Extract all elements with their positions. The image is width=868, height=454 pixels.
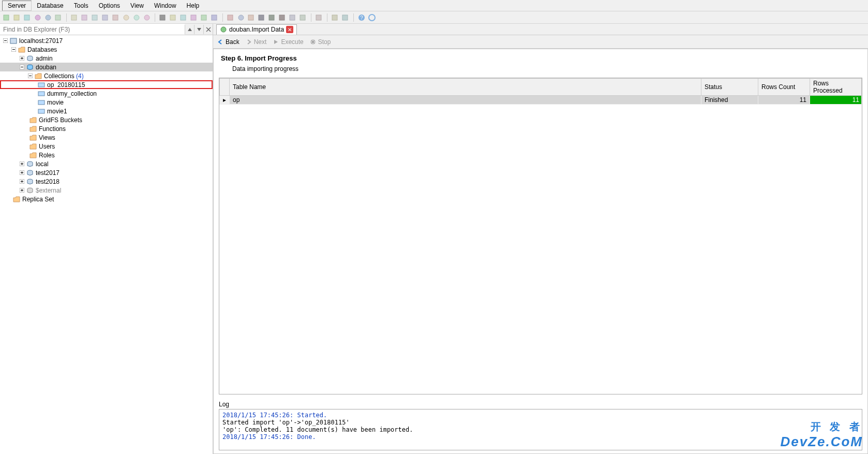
- expander-icon[interactable]: [19, 55, 25, 62]
- progress-bar: 11: [810, 96, 861, 104]
- svg-rect-26: [290, 15, 295, 20]
- nav-back[interactable]: Back: [217, 38, 240, 46]
- tool-icon-26[interactable]: [278, 13, 287, 22]
- tool-icon-25[interactable]: [267, 13, 277, 22]
- tool-icon-28[interactable]: [298, 13, 308, 22]
- expander-icon[interactable]: [19, 170, 25, 176]
- svg-rect-10: [113, 15, 118, 20]
- menu-help[interactable]: Help: [182, 1, 205, 10]
- tool-icon-6[interactable]: [54, 13, 63, 22]
- tree-db-admin[interactable]: admin: [0, 54, 213, 63]
- tool-icon-info[interactable]: [367, 13, 377, 22]
- cell-rows-count: 11: [758, 96, 810, 105]
- table-header-name[interactable]: Table Name: [230, 79, 701, 96]
- tree-collection-movie1[interactable]: movie1: [0, 107, 213, 115]
- tree-label: Replica Set: [22, 196, 54, 203]
- tree-label: Collections: [44, 72, 74, 80]
- tree-label: douban: [36, 64, 56, 71]
- expander-icon[interactable]: [19, 179, 25, 185]
- tree-collections[interactable]: Collections (4): [0, 71, 213, 80]
- close-icon[interactable]: ✕: [286, 26, 293, 33]
- tree-db-test2018[interactable]: test2018: [0, 177, 213, 186]
- wizard-nav: Back Next Execute Stop: [213, 35, 868, 49]
- menu-tools[interactable]: Tools: [69, 1, 94, 10]
- tool-icon-23[interactable]: [247, 13, 256, 22]
- tool-icon-17[interactable]: [179, 13, 188, 22]
- folder-icon: [29, 116, 37, 124]
- tool-icon-help[interactable]: ?: [357, 13, 366, 22]
- tool-icon-7[interactable]: [70, 13, 79, 22]
- svg-rect-8: [92, 15, 97, 20]
- table-header-processed[interactable]: Rows Processed: [810, 79, 862, 96]
- menu-view[interactable]: View: [125, 1, 149, 10]
- tool-sep-4: [311, 13, 311, 22]
- tool-icon-21[interactable]: [226, 13, 235, 22]
- svg-rect-1: [14, 15, 19, 20]
- expander-icon[interactable]: [2, 38, 8, 44]
- tool-icon-29[interactable]: [315, 13, 324, 22]
- tool-icon-13[interactable]: [132, 13, 141, 22]
- tree-db-douban[interactable]: douban: [0, 63, 213, 71]
- tool-icon-2[interactable]: [12, 13, 22, 22]
- tool-icon-11[interactable]: [111, 13, 121, 22]
- tree-db-test2017[interactable]: test2017: [0, 168, 213, 177]
- tool-icon-3[interactable]: [23, 13, 32, 22]
- nav-label: Next: [254, 38, 267, 46]
- svg-rect-24: [269, 15, 274, 20]
- tool-icon-1[interactable]: [2, 13, 11, 22]
- expander-icon[interactable]: [19, 187, 25, 194]
- table-header-rows[interactable]: Rows Count: [758, 79, 810, 96]
- tool-icon-19[interactable]: [200, 13, 209, 22]
- svg-point-21: [238, 15, 244, 20]
- db-tree[interactable]: localhost:27017 Databases admin douban: [0, 35, 213, 454]
- table-row[interactable]: ▸ op Finished 11 11: [220, 96, 862, 105]
- tree-label: movie1: [47, 108, 67, 115]
- tree-db-external[interactable]: $external: [0, 186, 213, 195]
- tool-icon-20[interactable]: [210, 13, 219, 22]
- expander-icon[interactable]: [27, 73, 33, 79]
- tool-icon-16[interactable]: [169, 13, 178, 22]
- menu-server[interactable]: Server: [2, 1, 32, 11]
- tab-import-data[interactable]: douban.Import Data ✕: [216, 24, 297, 35]
- menu-options[interactable]: Options: [94, 1, 125, 10]
- menu-window[interactable]: Window: [149, 1, 182, 10]
- tree-db-local[interactable]: local: [0, 159, 213, 168]
- tab-row: douban.Import Data ✕: [213, 24, 868, 35]
- tree-functions[interactable]: Functions: [0, 124, 213, 133]
- tool-icon-10[interactable]: [101, 13, 110, 22]
- tool-icon-18[interactable]: [189, 13, 199, 22]
- expander-icon[interactable]: [19, 161, 25, 167]
- tree-root[interactable]: localhost:27017: [0, 36, 213, 45]
- tool-icon-4[interactable]: [33, 13, 42, 22]
- expander-icon[interactable]: [19, 64, 25, 70]
- tree-users[interactable]: Users: [0, 142, 213, 151]
- expander-icon[interactable]: [10, 47, 17, 53]
- svg-rect-25: [279, 15, 285, 20]
- tree-gridfs[interactable]: GridFS Buckets: [0, 115, 213, 124]
- tool-icon-30[interactable]: [331, 13, 340, 22]
- search-input[interactable]: [0, 24, 185, 35]
- search-close-icon[interactable]: [203, 25, 213, 34]
- tree-views[interactable]: Views: [0, 133, 213, 142]
- tree-collection-op[interactable]: op_20180115: [0, 80, 213, 89]
- tool-icon-12[interactable]: [122, 13, 131, 22]
- tool-icon-31[interactable]: [341, 13, 350, 22]
- search-down-icon[interactable]: [194, 25, 203, 34]
- tool-icon-9[interactable]: [91, 13, 100, 22]
- tool-icon-5[interactable]: [43, 13, 53, 22]
- search-up-icon[interactable]: [185, 25, 194, 34]
- tree-collection-dummy[interactable]: dummy_collection: [0, 89, 213, 98]
- tool-icon-15[interactable]: [158, 13, 168, 22]
- tool-icon-22[interactable]: [236, 13, 246, 22]
- tree-databases[interactable]: Databases: [0, 45, 213, 54]
- log-box[interactable]: 2018/1/15 17:45:26: Started. Started imp…: [219, 409, 862, 450]
- tool-icon-24[interactable]: [257, 13, 266, 22]
- tool-icon-14[interactable]: [142, 13, 152, 22]
- tool-icon-8[interactable]: [80, 13, 89, 22]
- menu-database[interactable]: Database: [32, 1, 68, 10]
- tree-replica[interactable]: Replica Set: [0, 195, 213, 203]
- tree-collection-movie[interactable]: movie: [0, 98, 213, 107]
- tree-roles[interactable]: Roles: [0, 151, 213, 159]
- tool-icon-27[interactable]: [288, 13, 297, 22]
- table-header-status[interactable]: Status: [701, 79, 758, 96]
